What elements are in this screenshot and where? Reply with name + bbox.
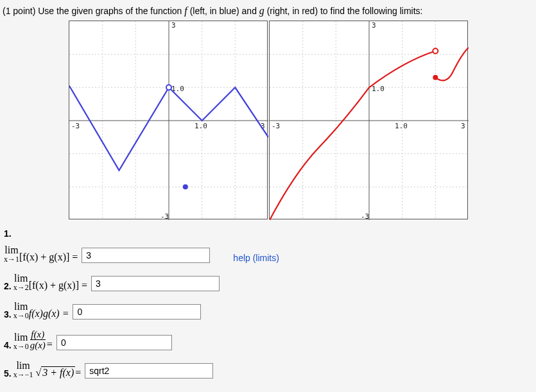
problem-prompt: (1 point) Use the given graphs of the fu… [3,5,533,17]
q5-eq: = [75,367,81,379]
q5-radicand: 3 + f(x) [41,366,75,379]
svg-text:-3: -3 [272,122,280,130]
q2-number: 2. [4,281,12,291]
q5-number: 5. [4,368,12,379]
q5-sub: x→−1 [13,371,33,379]
question-1: limx→1 [f(x) + g(x)] = help (limits) [4,245,533,263]
svg-text:3: 3 [171,21,176,30]
svg-text:3: 3 [372,21,376,30]
q5-answer-input[interactable] [85,363,213,379]
prompt-post: (right, in red) to find the following li… [264,6,423,16]
q3-number: 3. [4,309,12,320]
points-label: (1 point) [3,6,35,16]
q2-lim: lim [14,273,28,284]
q4-frac-num: f(x) [31,330,44,339]
q3-sub: x→0 [13,312,29,320]
svg-point-17 [182,184,187,189]
q4-eq: = [47,339,53,350]
help-limits-link[interactable]: help (limits) [233,253,279,263]
q1-number: 1. [4,228,533,239]
q4-frac-den: g(x) [30,339,46,350]
sqrt-icon: √ [33,367,41,379]
question-3: 3. limx→0 f(x)g(x) = [4,302,533,320]
q3-lim: lim [14,302,28,312]
svg-point-35 [433,75,438,80]
q1-sub: x→1 [4,255,19,263]
q4-lim: lim [14,332,28,343]
q1-answer-input[interactable] [82,248,210,263]
question-2: 2. limx→2 [f(x) + g(x)] = [4,273,533,291]
svg-text:1.0: 1.0 [372,85,385,93]
q1-lim: lim [4,245,18,255]
svg-text:1.0: 1.0 [195,122,207,130]
q4-number: 4. [4,340,12,350]
q1-expr: [f(x) + g(x)] = [19,251,78,263]
q4-answer-input[interactable] [56,335,172,350]
svg-point-34 [433,49,438,54]
graph-g: -3 1.0 1.0 -3 3 3 [269,21,468,219]
question-4: 4. limx→0 f(x)g(x) = [4,330,533,350]
prompt-mid: (left, in blue) and [187,6,259,16]
svg-text:3: 3 [461,122,465,130]
svg-text:1.0: 1.0 [395,122,408,130]
svg-text:-3: -3 [71,122,80,130]
q3-answer-input[interactable] [73,304,201,320]
prompt-pre: Use the given graphs of the function [35,6,184,16]
fn-g: g [259,5,264,16]
svg-text:-3: -3 [160,212,169,220]
svg-point-16 [166,85,171,90]
q2-sub: x→2 [13,284,29,291]
graph-f: -3 1.0 1.0 -3 3 3 [69,21,268,219]
q5-lim: lim [16,361,30,371]
svg-text:-3: -3 [361,212,369,220]
question-5: 5. limx→−1 √3 + f(x) = [4,361,533,379]
q2-expr: [f(x) + g(x)] = [29,280,87,291]
q4-sub: x→0 [13,343,29,350]
q2-answer-input[interactable] [91,276,220,291]
q3-expr: f(x)g(x) = [29,308,69,320]
